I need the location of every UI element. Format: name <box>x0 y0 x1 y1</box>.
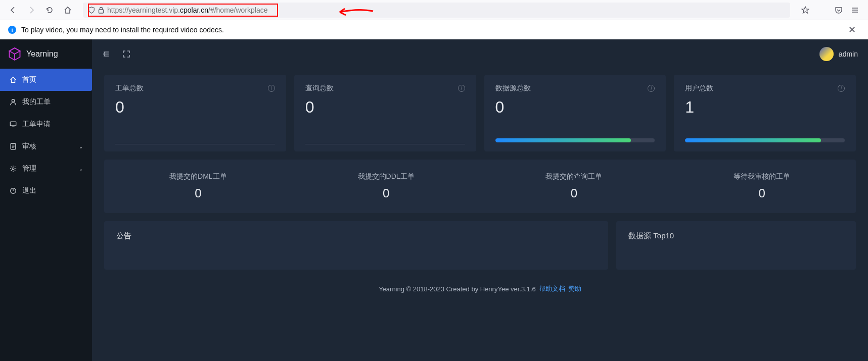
substat-label: 我提交的DML工单 <box>169 172 227 181</box>
stat-title: 用户总数 <box>685 84 713 93</box>
username: admin <box>839 50 858 58</box>
stat-card-total-orders: 工单总数i 0 <box>104 75 286 151</box>
content: 工单总数i 0 查询总数i 0 数据源总数i 0 用户总数i 1 <box>92 69 868 361</box>
logo-icon <box>7 46 22 62</box>
collapse-sidebar-icon[interactable] <box>102 50 110 58</box>
stat-card-total-users: 用户总数i 1 <box>674 75 856 151</box>
pocket-icon[interactable] <box>832 3 846 17</box>
browser-toolbar: https://yearningtest.vip.cpolar.cn/#/hom… <box>0 0 868 20</box>
forward-button[interactable] <box>24 3 38 17</box>
home-button[interactable] <box>61 3 75 17</box>
substat-label: 我提交的查询工单 <box>545 172 602 181</box>
svg-rect-0 <box>99 10 104 13</box>
sidebar-item-home[interactable]: 首页 <box>0 69 92 91</box>
menu: 首页 我的工单 工单申请 审核 ⌄ 管理 ⌄ 退出 <box>0 69 92 361</box>
info-icon[interactable]: i <box>268 85 275 92</box>
panel-title: 公告 <box>116 231 596 241</box>
substat-row: 我提交的DML工单 0 我提交的DDL工单 0 我提交的查询工单 0 等待我审核… <box>104 160 856 213</box>
svg-marker-2 <box>10 48 20 54</box>
sidebar-item-label: 审核 <box>22 142 36 151</box>
progress-bar <box>685 138 845 142</box>
codec-notification: i To play video, you may need to install… <box>0 20 868 39</box>
info-icon: i <box>8 26 16 34</box>
stat-value: 0 <box>115 98 275 117</box>
main: admin 工单总数i 0 查询总数i 0 数据源总数i 0 <box>92 39 868 361</box>
panel-title: 数据源 Top10 <box>628 231 844 241</box>
stat-card-total-queries: 查询总数i 0 <box>294 75 476 151</box>
substat-value: 0 <box>758 186 765 200</box>
codec-message: To play video, you may need to install t… <box>21 26 224 34</box>
bottom-row: 公告 数据源 Top10 <box>104 221 856 270</box>
help-link[interactable]: 帮助文档 <box>539 284 565 293</box>
substat-label: 我提交的DDL工单 <box>358 172 415 181</box>
sidebar-item-label: 退出 <box>22 186 36 195</box>
gear-icon <box>9 165 17 173</box>
svg-rect-5 <box>10 122 16 126</box>
monitor-icon <box>9 120 17 128</box>
chevron-down-icon: ⌄ <box>79 166 83 172</box>
sidebar-item-label: 管理 <box>22 164 36 173</box>
brand-text: Yearning <box>26 49 58 59</box>
sidebar-item-my-orders[interactable]: 我的工单 <box>0 91 92 113</box>
sidebar-item-manage[interactable]: 管理 ⌄ <box>0 158 92 180</box>
shield-icon <box>88 7 95 14</box>
person-icon <box>9 98 17 106</box>
stat-value: 1 <box>685 98 845 117</box>
info-icon[interactable]: i <box>648 85 655 92</box>
app-menu-icon[interactable] <box>848 3 862 17</box>
stat-title: 工单总数 <box>115 84 144 93</box>
stat-card-total-sources: 数据源总数i 0 <box>484 75 666 151</box>
substat-dml: 我提交的DML工单 0 <box>104 160 292 213</box>
sidebar-item-logout[interactable]: 退出 <box>0 180 92 202</box>
info-icon[interactable]: i <box>458 85 465 92</box>
reload-button[interactable] <box>42 3 57 17</box>
url-text: https://yearningtest.vip.cpolar.cn/#/hom… <box>107 6 268 14</box>
avatar <box>819 47 834 61</box>
svg-point-4 <box>12 99 14 102</box>
sidebar-item-audit[interactable]: 审核 ⌄ <box>0 135 92 158</box>
substat-value: 0 <box>571 186 577 200</box>
sidebar-item-apply[interactable]: 工单申请 <box>0 113 92 135</box>
substat-audit: 等待我审核的工单 0 <box>668 160 856 213</box>
copyright-text: Yearning © 2018-2023 Created by HenryYee… <box>379 285 536 293</box>
chevron-down-icon: ⌄ <box>79 144 83 149</box>
back-button[interactable] <box>6 3 20 17</box>
footer: Yearning © 2018-2023 Created by HenryYee… <box>104 278 856 300</box>
svg-point-7 <box>12 168 14 170</box>
fullscreen-icon[interactable] <box>122 50 130 58</box>
app: Yearning 首页 我的工单 工单申请 审核 ⌄ 管理 <box>0 39 868 361</box>
logo[interactable]: Yearning <box>0 39 92 69</box>
clipboard-icon <box>9 142 17 150</box>
announcement-panel: 公告 <box>104 221 608 270</box>
stat-title: 查询总数 <box>305 84 334 93</box>
sidebar-item-label: 工单申请 <box>22 120 51 129</box>
donate-link[interactable]: 赞助 <box>568 284 581 293</box>
close-icon[interactable]: ✕ <box>844 24 860 35</box>
substat-query: 我提交的查询工单 0 <box>480 160 668 213</box>
topbar: admin <box>92 39 868 69</box>
bookmark-star-icon[interactable] <box>798 3 812 17</box>
substat-value: 0 <box>383 186 389 200</box>
sidebar-item-label: 首页 <box>22 75 36 84</box>
substat-label: 等待我审核的工单 <box>734 172 790 181</box>
substat-value: 0 <box>195 186 201 200</box>
top-sources-panel: 数据源 Top10 <box>616 221 856 270</box>
home-icon <box>9 76 17 84</box>
user-menu[interactable]: admin <box>819 47 858 61</box>
stat-value: 0 <box>305 98 465 117</box>
url-wrap: https://yearningtest.vip.cpolar.cn/#/hom… <box>83 3 790 18</box>
info-icon[interactable]: i <box>838 85 845 92</box>
logout-icon <box>9 187 17 195</box>
lock-icon <box>98 7 104 14</box>
stat-row: 工单总数i 0 查询总数i 0 数据源总数i 0 用户总数i 1 <box>104 75 856 151</box>
stat-value: 0 <box>495 98 655 117</box>
sidebar: Yearning 首页 我的工单 工单申请 审核 ⌄ 管理 <box>0 39 92 361</box>
substat-ddl: 我提交的DDL工单 0 <box>292 160 480 213</box>
sidebar-item-label: 我的工单 <box>22 97 51 107</box>
stat-title: 数据源总数 <box>495 84 531 93</box>
url-bar[interactable]: https://yearningtest.vip.cpolar.cn/#/hom… <box>83 3 790 18</box>
progress-bar <box>495 138 655 142</box>
